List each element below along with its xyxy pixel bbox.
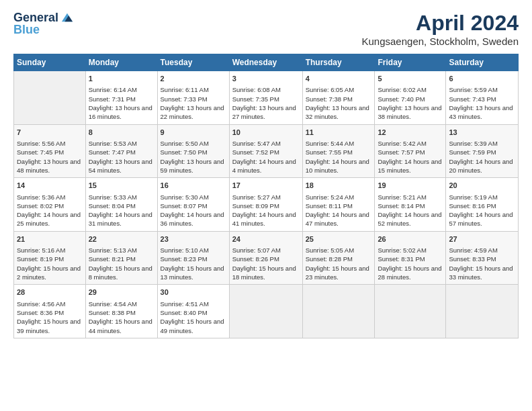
sunset-text: Sunset: 7:50 PM (161, 148, 226, 156)
calendar-cell: 20Sunrise: 5:19 AMSunset: 8:16 PMDayligh… (446, 178, 519, 232)
calendar-cell: 3Sunrise: 6:08 AMSunset: 7:35 PMDaylight… (229, 71, 302, 125)
sunrise-text: Sunrise: 5:50 AM (161, 139, 226, 148)
sunset-text: Sunset: 8:02 PM (17, 201, 83, 210)
sunset-text: Sunset: 7:40 PM (378, 95, 443, 103)
calendar-cell: 18Sunrise: 5:24 AMSunset: 8:11 PMDayligh… (302, 178, 375, 232)
sunrise-text: Sunrise: 4:51 AM (161, 300, 226, 308)
day-number: 11 (306, 128, 372, 138)
calendar-cell: 25Sunrise: 5:05 AMSunset: 8:28 PMDayligh… (302, 231, 375, 285)
day-number: 9 (161, 128, 226, 138)
sunset-text: Sunset: 7:45 PM (17, 148, 83, 156)
calendar-cell: 1Sunrise: 6:14 AMSunset: 7:31 PMDaylight… (85, 71, 157, 125)
daylight-text: Daylight: 13 hours and 43 minutes. (449, 103, 515, 122)
sunset-text: Sunset: 7:43 PM (449, 95, 515, 103)
calendar-cell (446, 285, 519, 338)
day-number: 18 (306, 181, 372, 191)
month-title: April 2024 (362, 11, 519, 36)
sunset-text: Sunset: 7:52 PM (232, 148, 300, 156)
daylight-text: Daylight: 15 hours and 18 minutes. (232, 264, 300, 282)
daylight-text: Daylight: 15 hours and 44 minutes. (89, 317, 154, 335)
daylight-text: Daylight: 13 hours and 32 minutes. (306, 103, 372, 122)
daylight-text: Daylight: 14 hours and 31 minutes. (89, 210, 154, 228)
day-number: 22 (89, 234, 154, 244)
day-number: 20 (449, 181, 515, 191)
calendar-cell: 26Sunrise: 5:02 AMSunset: 8:31 PMDayligh… (375, 231, 446, 285)
daylight-text: Daylight: 14 hours and 20 minutes. (449, 157, 515, 175)
day-number: 5 (378, 74, 443, 84)
sunrise-text: Sunrise: 6:08 AM (232, 85, 300, 94)
calendar-body: 1Sunrise: 6:14 AMSunset: 7:31 PMDaylight… (14, 71, 519, 338)
sunset-text: Sunset: 8:14 PM (378, 201, 443, 210)
day-number: 12 (378, 128, 443, 138)
calendar-cell: 23Sunrise: 5:10 AMSunset: 8:23 PMDayligh… (157, 231, 229, 285)
daylight-text: Daylight: 14 hours and 52 minutes. (378, 210, 443, 228)
sunrise-text: Sunrise: 5:13 AM (89, 246, 154, 255)
sunset-text: Sunset: 8:40 PM (161, 308, 226, 317)
weekday-header-cell: Wednesday (229, 54, 302, 71)
sunrise-text: Sunrise: 5:30 AM (161, 193, 226, 201)
calendar-cell: 28Sunrise: 4:56 AMSunset: 8:36 PMDayligh… (14, 285, 86, 338)
calendar-cell: 7Sunrise: 5:56 AMSunset: 7:45 PMDaylight… (14, 124, 86, 178)
calendar-week-row: 28Sunrise: 4:56 AMSunset: 8:36 PMDayligh… (14, 285, 519, 338)
logo-icon (60, 11, 75, 26)
sunrise-text: Sunrise: 5:19 AM (449, 193, 515, 201)
day-number: 13 (449, 128, 515, 138)
daylight-text: Daylight: 15 hours and 8 minutes. (89, 264, 154, 282)
day-number: 30 (161, 287, 226, 298)
sunrise-text: Sunrise: 4:54 AM (89, 300, 154, 308)
calendar-cell: 2Sunrise: 6:11 AMSunset: 7:33 PMDaylight… (157, 71, 229, 125)
calendar-cell: 24Sunrise: 5:07 AMSunset: 8:26 PMDayligh… (229, 231, 302, 285)
weekday-header-cell: Monday (85, 54, 157, 71)
calendar-page: General Blue April 2024 Kungsaengen, Sto… (0, 0, 532, 349)
day-number: 29 (89, 287, 154, 298)
day-number: 27 (449, 234, 515, 244)
calendar-cell: 13Sunrise: 5:39 AMSunset: 7:59 PMDayligh… (446, 124, 519, 178)
sunset-text: Sunset: 8:38 PM (89, 308, 154, 317)
daylight-text: Daylight: 15 hours and 13 minutes. (161, 264, 226, 282)
calendar-cell: 30Sunrise: 4:51 AMSunset: 8:40 PMDayligh… (157, 285, 229, 338)
calendar-cell: 21Sunrise: 5:16 AMSunset: 8:19 PMDayligh… (14, 231, 86, 285)
day-number: 17 (232, 181, 300, 191)
sunset-text: Sunset: 8:36 PM (17, 308, 83, 317)
sunrise-text: Sunrise: 5:39 AM (449, 139, 515, 148)
daylight-text: Daylight: 13 hours and 27 minutes. (232, 103, 300, 122)
daylight-text: Daylight: 15 hours and 33 minutes. (449, 264, 515, 282)
daylight-text: Daylight: 13 hours and 38 minutes. (378, 103, 443, 122)
sunset-text: Sunset: 8:21 PM (89, 255, 154, 263)
sunrise-text: Sunrise: 6:14 AM (89, 85, 154, 94)
sunrise-text: Sunrise: 6:05 AM (306, 85, 372, 94)
weekday-header-cell: Sunday (14, 54, 86, 71)
sunrise-text: Sunrise: 4:59 AM (449, 246, 515, 255)
sunset-text: Sunset: 7:35 PM (232, 95, 300, 103)
sunset-text: Sunset: 7:57 PM (378, 148, 443, 156)
sunrise-text: Sunrise: 5:44 AM (306, 139, 372, 148)
daylight-text: Daylight: 13 hours and 59 minutes. (161, 157, 226, 175)
day-number: 19 (378, 181, 443, 191)
sunrise-text: Sunrise: 5:24 AM (306, 193, 372, 201)
calendar-cell: 12Sunrise: 5:42 AMSunset: 7:57 PMDayligh… (375, 124, 446, 178)
sunset-text: Sunset: 7:47 PM (89, 148, 154, 156)
logo: General Blue (13, 11, 75, 37)
day-number: 15 (89, 181, 154, 191)
calendar-cell: 10Sunrise: 5:47 AMSunset: 7:52 PMDayligh… (229, 124, 302, 178)
daylight-text: Daylight: 15 hours and 39 minutes. (17, 317, 83, 335)
daylight-text: Daylight: 14 hours and 15 minutes. (378, 157, 443, 175)
day-number: 16 (161, 181, 226, 191)
day-number: 25 (306, 234, 372, 244)
sunrise-text: Sunrise: 5:16 AM (17, 246, 83, 255)
weekday-header-cell: Friday (375, 54, 446, 71)
sunset-text: Sunset: 7:33 PM (161, 95, 226, 103)
weekday-header-row: SundayMondayTuesdayWednesdayThursdayFrid… (14, 54, 519, 71)
day-number: 28 (17, 287, 83, 298)
daylight-text: Daylight: 14 hours and 47 minutes. (306, 210, 372, 228)
daylight-text: Daylight: 13 hours and 16 minutes. (89, 103, 154, 122)
calendar-cell: 8Sunrise: 5:53 AMSunset: 7:47 PMDaylight… (85, 124, 157, 178)
day-number: 3 (232, 74, 300, 84)
sunrise-text: Sunrise: 5:56 AM (17, 139, 83, 148)
day-number: 8 (89, 128, 154, 138)
calendar-cell (14, 71, 86, 125)
daylight-text: Daylight: 15 hours and 28 minutes. (378, 264, 443, 282)
sunset-text: Sunset: 7:38 PM (306, 95, 372, 103)
sunrise-text: Sunrise: 5:59 AM (449, 85, 515, 94)
sunset-text: Sunset: 7:55 PM (306, 148, 372, 156)
